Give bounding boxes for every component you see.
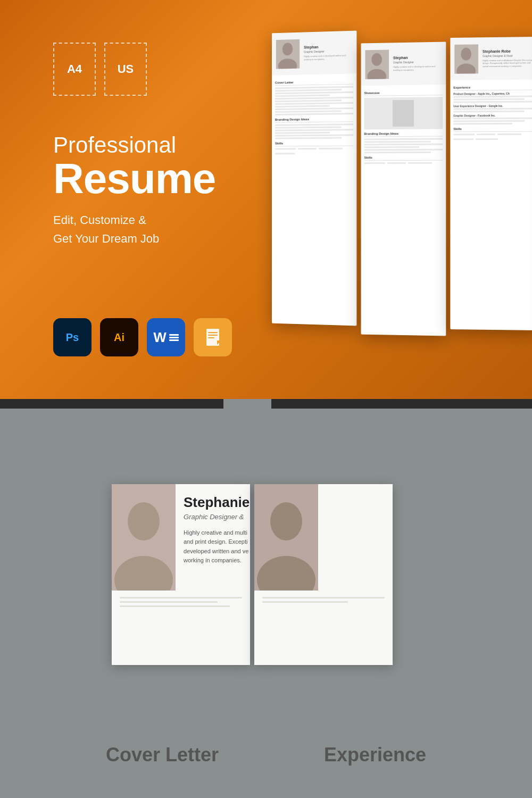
bottom-section: Stephanie Graphic Designer & Highly crea…	[0, 399, 532, 798]
bottom-resume-bio: Highly creative and multi and print desi…	[184, 528, 250, 566]
bottom-resume-name: Stephanie	[184, 495, 250, 510]
resume-preview-area: Stephan Graphic Designer Highly creative…	[271, 32, 532, 362]
svg-rect-2	[208, 335, 218, 336]
word-icon[interactable]: W	[147, 318, 185, 356]
bottom-card-left: Stephanie Graphic Designer & Highly crea…	[112, 484, 250, 665]
bottom-card-right	[254, 484, 393, 665]
bottom-photo-right	[254, 484, 318, 591]
svg-point-18	[270, 502, 302, 541]
pages-icon[interactable]	[194, 318, 232, 356]
app-icons-row: Ps Ai W	[53, 318, 232, 356]
bottom-labels-row: Cover Letter Experience	[0, 744, 532, 766]
bottom-photo-left	[112, 484, 176, 591]
photoshop-icon[interactable]: Ps	[53, 318, 92, 356]
svg-rect-1	[208, 332, 218, 333]
resume-card-3: Stephanie Robe Graphic Designer & Illust…	[450, 37, 532, 330]
illustrator-icon[interactable]: Ai	[100, 318, 138, 356]
decorative-bars	[0, 399, 532, 484]
headline-sub: Edit, Customize & Get Your Dream Job	[53, 211, 215, 248]
size-badges-container: A4 US	[53, 43, 147, 96]
resume-photo-3	[454, 44, 478, 73]
bottom-resume-preview: Stephanie Graphic Designer & Highly crea…	[112, 484, 393, 665]
svg-point-15	[128, 502, 160, 541]
size-badge-us[interactable]: US	[104, 43, 147, 96]
bottom-label-experience: Experience	[324, 744, 426, 766]
headline-professional: Professional	[53, 133, 215, 157]
resume-photo-1	[276, 39, 300, 69]
top-section: A4 US Professional Resume Edit, Customiz…	[0, 0, 532, 399]
svg-point-12	[461, 47, 471, 60]
resume-card-1: Stephan Graphic Designer Highly creative…	[272, 31, 356, 326]
svg-rect-3	[208, 337, 214, 338]
resume-card-2: Stephan Graphic Designer Highly creative…	[361, 42, 446, 336]
bottom-label-cover-letter: Cover Letter	[106, 744, 219, 766]
headline-resume: Resume	[53, 157, 215, 200]
bottom-resume-subtitle: Graphic Designer &	[184, 513, 250, 521]
size-badge-a4[interactable]: A4	[53, 43, 96, 96]
resume-photo-2	[365, 49, 389, 79]
headline-block: Professional Resume Edit, Customize & Ge…	[53, 133, 215, 248]
